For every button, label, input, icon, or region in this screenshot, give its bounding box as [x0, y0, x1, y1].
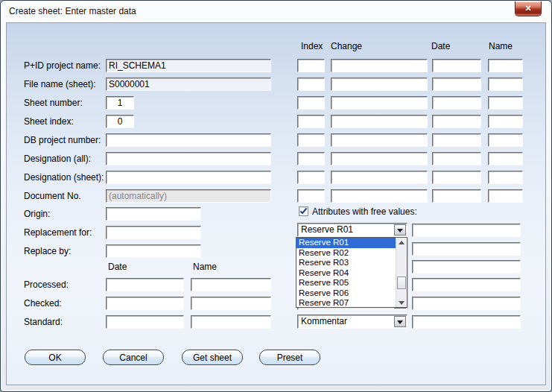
scroll-up-icon [399, 241, 405, 244]
revision-date-field[interactable] [432, 189, 481, 203]
cancel-button[interactable]: Cancel [103, 350, 164, 365]
revision-date-field[interactable] [432, 59, 481, 72]
revision-name-field[interactable] [488, 189, 523, 203]
revision-date-field[interactable] [432, 171, 481, 184]
ok-button[interactable]: OK [25, 350, 86, 365]
revision-name-header: Name [489, 41, 513, 51]
replacement-for-label: Replacement for: [24, 227, 92, 238]
revision-change-field[interactable] [331, 78, 428, 91]
revision-name-field[interactable] [488, 171, 523, 184]
attribute-free-value-field-4[interactable] [412, 278, 521, 291]
revision-name-field[interactable] [488, 78, 523, 91]
close-button[interactable]: ✕ [515, 1, 542, 16]
list-scrollbar[interactable] [396, 238, 407, 307]
standard-date-field[interactable] [106, 315, 184, 329]
revision-change-field[interactable] [331, 59, 428, 72]
attribute-combo-6[interactable]: Kommentar [297, 314, 407, 329]
pid-project-name-label: P+ID project name: [24, 60, 101, 71]
dialog-body: P+ID project name: File name (sheet): Sh… [6, 22, 546, 385]
revision-index-field[interactable] [297, 115, 325, 128]
revision-change-field[interactable] [331, 133, 428, 147]
attribute-free-value-field-1[interactable] [412, 224, 521, 237]
attribute-free-value-field-6[interactable] [412, 315, 521, 329]
dropdown-item[interactable]: Reserve R06 [296, 288, 396, 299]
revision-name-field[interactable] [488, 152, 523, 165]
revision-date-field[interactable] [432, 96, 481, 110]
processed-date-field[interactable] [106, 278, 184, 291]
origin-field[interactable] [106, 207, 201, 221]
revision-change-field[interactable] [331, 171, 428, 184]
sheet-index-label: Sheet index: [24, 116, 74, 127]
scrollbar-thumb[interactable] [397, 276, 406, 289]
attribute-free-value-field-2[interactable] [412, 242, 521, 256]
free-values-checkbox-label: Attributes with free values: [312, 206, 417, 217]
replacement-for-field[interactable] [106, 226, 201, 239]
dropdown-item[interactable]: Reserve R03 [296, 258, 396, 268]
revision-index-field[interactable] [297, 59, 325, 72]
dropdown-item[interactable]: Reserve R02 [296, 248, 396, 259]
revision-date-field[interactable] [432, 115, 481, 128]
pid-project-name-field[interactable] [106, 59, 271, 72]
attribute-dropdown-list: Reserve R01 Reserve R02 Reserve R03 Rese… [296, 237, 407, 308]
db-project-number-field[interactable] [106, 133, 271, 147]
checked-date-field[interactable] [106, 297, 184, 310]
close-icon: ✕ [515, 3, 541, 13]
checked-name-field[interactable] [191, 297, 271, 310]
revision-change-field[interactable] [331, 115, 428, 128]
dropdown-item[interactable]: Reserve R05 [296, 278, 396, 288]
sheet-number-label: Sheet number: [24, 98, 83, 108]
revision-index-field[interactable] [297, 133, 325, 147]
chevron-down-icon [397, 320, 403, 324]
revision-index-field[interactable] [297, 171, 325, 184]
revision-date-field[interactable] [432, 133, 481, 147]
replace-by-label: Replace by: [24, 246, 71, 256]
get-sheet-button[interactable]: Get sheet [182, 350, 243, 365]
preset-button[interactable]: Preset [259, 350, 320, 365]
revision-change-field[interactable] [331, 152, 428, 165]
chevron-down-icon [397, 229, 403, 233]
combo-dropdown-button[interactable] [394, 316, 406, 327]
revision-date-header: Date [431, 41, 450, 51]
standard-name-field[interactable] [191, 315, 271, 329]
dropdown-item[interactable]: Reserve R01 [296, 238, 396, 248]
title-bar[interactable]: Create sheet: Enter master data ✕ [1, 1, 551, 22]
combo-dropdown-button[interactable] [394, 224, 406, 235]
revision-index-field[interactable] [297, 78, 325, 91]
sheet-index-field[interactable] [106, 115, 134, 128]
file-name-label: File name (sheet): [24, 79, 96, 89]
signature-name-header: Name [193, 262, 217, 272]
revision-change-header: Change [331, 41, 362, 51]
revision-date-field[interactable] [432, 152, 481, 165]
processed-name-field[interactable] [191, 278, 271, 291]
replace-by-field[interactable] [106, 244, 201, 258]
standard-label: Standard: [24, 317, 63, 327]
free-values-checkbox[interactable] [299, 206, 308, 216]
revision-date-field[interactable] [432, 78, 481, 91]
revision-name-field[interactable] [488, 59, 523, 72]
revision-change-field[interactable] [331, 189, 428, 203]
revision-name-field[interactable] [488, 115, 523, 128]
revision-index-field[interactable] [297, 189, 325, 203]
dropdown-item[interactable]: Reserve R04 [296, 268, 396, 279]
revision-index-field[interactable] [297, 152, 325, 165]
scroll-up-button[interactable] [396, 238, 407, 247]
sheet-number-field[interactable] [106, 96, 134, 110]
revision-name-field[interactable] [488, 133, 523, 147]
revision-name-field[interactable] [488, 96, 523, 110]
scroll-down-icon [399, 301, 405, 305]
attribute-free-value-field-5[interactable] [412, 297, 521, 310]
file-name-field[interactable] [106, 78, 271, 91]
revision-change-field[interactable] [331, 96, 428, 110]
attribute-combo-1[interactable]: Reserve R01 [297, 223, 407, 237]
attribute-combo-1-value: Reserve R01 [301, 225, 353, 235]
dialog-window: Create sheet: Enter master data ✕ P+ID p… [0, 0, 552, 392]
designation-sheet-field[interactable] [106, 171, 271, 184]
signature-date-header: Date [108, 262, 127, 272]
revision-index-header: Index [301, 41, 323, 51]
revision-index-field[interactable] [297, 96, 325, 110]
attribute-free-value-field-3[interactable] [412, 260, 521, 274]
document-no-label: Document No. [24, 191, 81, 201]
scroll-down-button[interactable] [396, 297, 407, 307]
dropdown-item[interactable]: Reserve R07 [296, 298, 396, 307]
designation-all-field[interactable] [106, 152, 271, 165]
